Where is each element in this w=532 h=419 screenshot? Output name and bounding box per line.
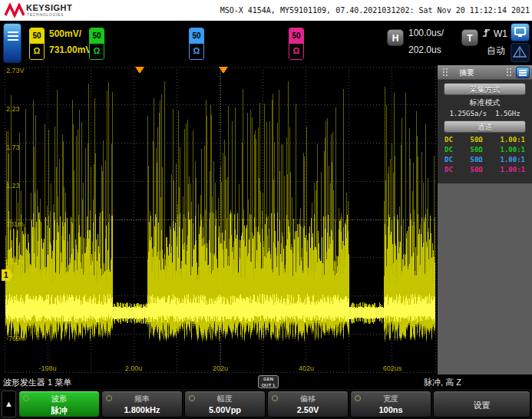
display-settings-button[interactable]: [511, 23, 530, 41]
drag-grip-icon[interactable]: [442, 68, 448, 78]
impedance: 50Ω: [471, 145, 483, 155]
hamburger-icon: [8, 31, 18, 43]
channel-1-scale: 500mV/: [49, 28, 81, 39]
channel-1-ohm: Ω: [30, 44, 44, 59]
impedance: 50Ω: [471, 155, 483, 165]
horizontal-menu-button[interactable]: H: [387, 29, 404, 46]
softkey-frequency[interactable]: 频率 1.800kHz: [101, 391, 183, 417]
trigger-edge-icon: [482, 28, 491, 40]
sidebar-title: 摘要: [459, 68, 474, 78]
coupling: DC: [444, 165, 453, 175]
channel-3-badge[interactable]: 50 Ω: [189, 28, 204, 60]
list-icon: [519, 70, 527, 71]
trigger-mode: 自动: [487, 45, 505, 58]
drag-grip-icon[interactable]: [506, 68, 512, 78]
softkey-settings[interactable]: 设置: [433, 391, 530, 417]
channel-2-impedance: 50: [90, 28, 104, 44]
softkey-label: 设置: [434, 400, 530, 411]
knob-icon: [23, 395, 29, 401]
toolbar: 50 Ω 500mV/ 731.00mV 50 Ω 50 Ω 50 Ω H 10…: [0, 21, 532, 65]
gen-badge-line1: GEN: [259, 376, 278, 382]
probe-status-button[interactable]: [511, 43, 530, 62]
impedance: 50Ω: [471, 135, 483, 145]
delay-marker-icon[interactable]: [135, 67, 144, 74]
softkey-width[interactable]: 宽度 100ns: [350, 391, 431, 417]
softkey-label: 幅度: [185, 394, 265, 404]
impedance: 50Ω: [471, 165, 483, 175]
channel-3-summary-row: DC 50Ω 1.00:1: [438, 155, 532, 165]
softkey-label: 波形: [19, 394, 99, 404]
softkey-value: 5.00Vpp: [185, 405, 265, 414]
softkey-offset[interactable]: 偏移 2.50V: [267, 391, 349, 417]
softkey-label: 宽度: [351, 394, 431, 404]
knob-icon: [106, 395, 112, 401]
softkey-amplitude[interactable]: 幅度 5.00Vpp: [184, 391, 266, 417]
brand-name: KEYSIGHT: [26, 3, 72, 12]
channel-1-badge[interactable]: 50 Ω: [29, 28, 45, 60]
channel-4-impedance: 50: [289, 28, 303, 44]
menu-title: 波形发生器 1 菜单: [3, 377, 71, 388]
wavegen-status: 脉冲, 高 Z: [424, 377, 461, 388]
coupling: DC: [444, 145, 453, 155]
main-menu-button[interactable]: [3, 23, 21, 63]
header-bar: KEYSIGHT TECHNOLOGIES MSO-X 4154A, MY591…: [0, 0, 532, 21]
coupling: DC: [444, 135, 453, 145]
softkey-bar: ▲ 波形 脉冲 频率 1.800kHz 幅度 5.00Vpp 偏移 2.50V …: [0, 389, 532, 419]
channel-4-summary-row: DC 50Ω 1.00:1: [438, 165, 532, 175]
knob-icon: [189, 395, 195, 401]
gen-badge-line2: OUT 1: [259, 382, 278, 388]
sample-rate-bandwidth: 1.25GSa/s 1.5GHz: [438, 110, 532, 117]
softkey-waveform[interactable]: 波形 脉冲: [18, 391, 100, 417]
softkey-value: 1.800kHz: [102, 405, 182, 414]
probe-icon: [511, 44, 529, 61]
timebase-scale: 100.0us/: [408, 28, 444, 38]
probe-ratio: 1.00:1: [500, 165, 525, 175]
probe-ratio: 1.00:1: [500, 155, 525, 165]
status-bar: 波形发生器 1 菜单 GEN OUT 1 脉冲, 高 Z: [0, 374, 532, 389]
channel-4-ohm: Ω: [289, 44, 303, 59]
brand-subtitle: TECHNOLOGIES: [27, 12, 64, 17]
acquisition-mode-button[interactable]: 采集方式: [444, 83, 526, 95]
trigger-source-line: W1: [482, 28, 507, 40]
channel-1-summary-row: DC 50Ω 1.00:1: [438, 135, 532, 145]
scope-display[interactable]: 2.73V 2.23 1.73 1.23 731m 231m -269m -76…: [3, 65, 437, 374]
timebase-delay: 202.0us: [408, 45, 441, 55]
trigger-source: W1: [494, 28, 507, 39]
softkey-value: 2.50V: [268, 405, 348, 414]
oscilloscope-screen: KEYSIGHT TECHNOLOGIES MSO-X 4154A, MY591…: [0, 0, 532, 419]
trigger-time-markers[interactable]: [135, 67, 228, 74]
probe-ratio: 1.00:1: [500, 145, 525, 155]
sidebar-header: 摘要: [438, 65, 532, 80]
channel-3-ohm: Ω: [190, 44, 203, 59]
sidebar-menu-button[interactable]: [516, 67, 530, 78]
channel-2-ohm: Ω: [90, 44, 104, 59]
coupling: DC: [444, 155, 453, 165]
softkey-label: 偏移: [268, 394, 348, 404]
channel-4-badge[interactable]: 50 Ω: [289, 28, 304, 60]
gen-out-badge: GEN OUT 1: [258, 375, 279, 388]
knob-icon: [272, 395, 278, 401]
softkey-value: 100ns: [351, 405, 431, 414]
channels-button[interactable]: 通道: [444, 120, 526, 133]
sidebar-content: 采集方式 标准模式 1.25GSa/s 1.5GHz 通道 DC 50Ω 1.0…: [438, 80, 532, 183]
keysight-logo-icon: [5, 3, 25, 21]
summary-sidebar: 摘要 采集方式 标准模式 1.25GSa/s 1.5GHz 通道 DC 50Ω …: [438, 65, 532, 374]
knob-icon: [355, 395, 361, 401]
channel-1-offset: 731.00mV: [49, 45, 91, 55]
channel-1-impedance: 50: [30, 28, 44, 44]
channel-2-badge[interactable]: 50 Ω: [89, 28, 104, 60]
probe-ratio: 1.00:1: [500, 135, 525, 145]
menu-back-button[interactable]: ▲: [2, 391, 16, 417]
monitor-icon: [514, 27, 526, 35]
trigger-menu-button[interactable]: T: [461, 29, 478, 46]
channel-3-impedance: 50: [190, 28, 203, 44]
system-status-text: MSO-X 4154A, MY59101109, 07.40.202103120…: [220, 6, 530, 15]
acquisition-mode-value: 标准模式: [438, 97, 532, 108]
channel-2-summary-row: DC 50Ω 1.00:1: [438, 145, 532, 155]
softkey-label: 频率: [102, 394, 182, 404]
softkey-value: 脉冲: [19, 405, 99, 417]
